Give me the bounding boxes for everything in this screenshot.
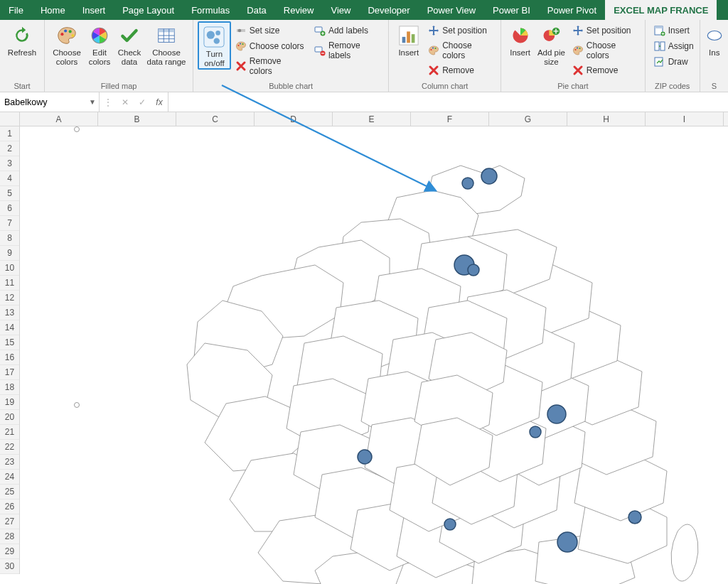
column-header[interactable]: D: [255, 112, 333, 126]
column-set-position-button[interactable]: Set position: [427, 24, 496, 37]
bubble[interactable]: [462, 178, 473, 189]
tab-power-bi[interactable]: Power BI: [484, 0, 539, 20]
row-header[interactable]: 16: [0, 350, 19, 365]
remove-colors-button[interactable]: Remove colors: [234, 55, 306, 77]
tab-power-pivot[interactable]: Power Pivot: [539, 0, 605, 20]
row-header[interactable]: 10: [0, 261, 19, 276]
worksheet[interactable]: ABCDEFGHI 123456789101112131415161718192…: [0, 112, 728, 584]
enter-formula-icon[interactable]: ✓: [136, 97, 148, 107]
zip-insert-button[interactable]: Insert: [653, 24, 695, 37]
formula-options-icon[interactable]: ⋮: [102, 97, 114, 107]
bubble[interactable]: [358, 450, 372, 464]
select-all-corner[interactable]: [0, 112, 20, 126]
tab-excel-map-france[interactable]: EXCEL MAP FRANCE: [605, 0, 717, 20]
column-header[interactable]: A: [20, 112, 98, 126]
bubble[interactable]: [444, 519, 456, 530]
row-header[interactable]: 28: [0, 529, 19, 544]
row-header[interactable]: 15: [0, 335, 19, 350]
turn-on-off-button[interactable]: Turn on/off: [198, 21, 231, 70]
row-headers: 1234567891011121314151617181920212223242…: [0, 126, 20, 574]
bubble-choose-colors-button[interactable]: Choose colors: [234, 40, 306, 53]
row-header[interactable]: 21: [0, 425, 19, 440]
row-header[interactable]: 12: [0, 291, 19, 305]
tab-formulas[interactable]: Formulas: [183, 0, 238, 20]
add-labels-button[interactable]: Add labels: [313, 24, 384, 37]
tab-page-layout[interactable]: Page Layout: [114, 0, 183, 20]
bubble[interactable]: [547, 405, 566, 423]
check-data-button[interactable]: Check data: [114, 21, 144, 67]
row-header[interactable]: 11: [0, 276, 19, 291]
row-header[interactable]: 5: [0, 186, 19, 201]
object-handle[interactable]: [74, 126, 80, 132]
pie-insert-button[interactable]: Insert: [505, 21, 535, 58]
row-header[interactable]: 26: [0, 499, 19, 514]
france-map[interactable]: [183, 155, 710, 584]
tab-file[interactable]: File: [0, 0, 32, 20]
tab-review[interactable]: Review: [275, 0, 323, 20]
edit-colors-button[interactable]: Edit colors: [85, 21, 114, 67]
tab-data[interactable]: Data: [238, 0, 274, 20]
row-header[interactable]: 29: [0, 544, 19, 559]
pie-set-position-button[interactable]: Set position: [571, 24, 641, 37]
truncated-insert-button[interactable]: Ins: [705, 21, 724, 58]
column-header[interactable]: F: [411, 112, 489, 126]
formula-input[interactable]: [168, 92, 728, 112]
column-header[interactable]: H: [567, 112, 646, 126]
name-box-dropdown-icon[interactable]: ▼: [89, 98, 96, 106]
row-header[interactable]: 2: [0, 141, 19, 156]
tab-home[interactable]: Home: [32, 0, 74, 20]
bubble[interactable]: [557, 532, 577, 552]
row-header[interactable]: 22: [0, 440, 19, 455]
row-header[interactable]: 30: [0, 559, 19, 574]
choose-data-range-button[interactable]: Choose data range: [144, 21, 188, 67]
row-header[interactable]: 23: [0, 455, 19, 470]
column-remove-button[interactable]: Remove: [427, 64, 496, 77]
row-header[interactable]: 19: [0, 395, 19, 410]
set-size-button[interactable]: Set size: [234, 24, 306, 37]
column-header[interactable]: E: [333, 112, 411, 126]
tab-insert[interactable]: Insert: [74, 0, 114, 20]
bubble[interactable]: [628, 511, 641, 524]
column-choose-colors-button[interactable]: Choose colors: [427, 40, 496, 61]
bubble[interactable]: [468, 264, 479, 276]
column-header[interactable]: I: [646, 112, 724, 126]
row-header[interactable]: 8: [0, 231, 19, 246]
pie-remove-button[interactable]: Remove: [571, 64, 641, 77]
choose-colors-button[interactable]: Choose colors: [49, 21, 85, 67]
zip-assign-button[interactable]: Assign: [653, 40, 695, 53]
row-header[interactable]: 18: [0, 380, 19, 395]
row-header[interactable]: 3: [0, 156, 19, 171]
column-header[interactable]: C: [176, 112, 255, 126]
column-header[interactable]: G: [489, 112, 567, 126]
add-pie-size-button[interactable]: Add pie size: [535, 21, 568, 67]
row-header[interactable]: 6: [0, 201, 19, 216]
fx-icon[interactable]: fx: [154, 97, 165, 107]
row-header[interactable]: 27: [0, 514, 19, 529]
bubble[interactable]: [530, 426, 541, 438]
row-header[interactable]: 4: [0, 171, 19, 186]
tab-developer[interactable]: Developer: [359, 0, 418, 20]
name-box-input[interactable]: [4, 97, 95, 107]
sheet-canvas[interactable]: [20, 126, 728, 584]
row-header[interactable]: 25: [0, 485, 19, 499]
column-insert-button[interactable]: Insert: [393, 21, 424, 58]
column-header[interactable]: B: [98, 112, 176, 126]
row-header[interactable]: 20: [0, 410, 19, 425]
row-header[interactable]: 1: [0, 126, 19, 141]
refresh-button[interactable]: Refresh: [4, 21, 40, 58]
bubble[interactable]: [481, 168, 497, 184]
row-header[interactable]: 14: [0, 320, 19, 335]
row-header[interactable]: 17: [0, 365, 19, 380]
row-header[interactable]: 13: [0, 305, 19, 320]
cancel-formula-icon[interactable]: ✕: [119, 97, 131, 107]
row-header[interactable]: 24: [0, 470, 19, 485]
remove-labels-button[interactable]: Remove labels: [313, 40, 384, 61]
object-handle[interactable]: [74, 402, 80, 408]
tab-power-view[interactable]: Power View: [419, 0, 484, 20]
pie-choose-colors-button[interactable]: Choose colors: [571, 40, 641, 61]
zip-draw-button[interactable]: Draw: [653, 55, 695, 68]
tab-view[interactable]: View: [322, 0, 359, 20]
name-box[interactable]: ▼: [0, 92, 100, 112]
row-header[interactable]: 9: [0, 246, 19, 261]
row-header[interactable]: 7: [0, 216, 19, 231]
